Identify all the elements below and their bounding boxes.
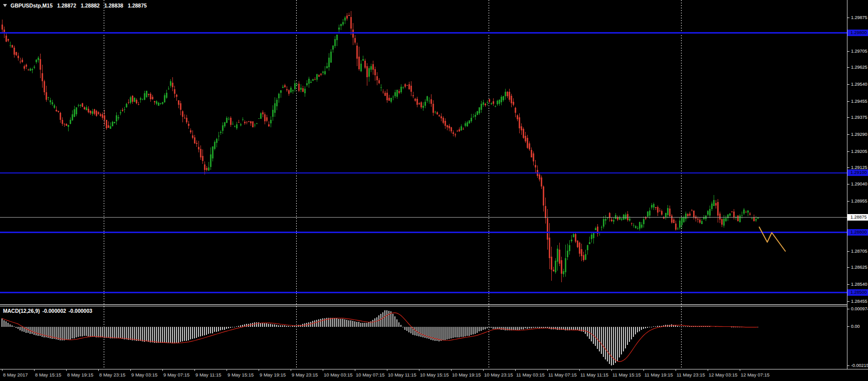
time-tick-label: 12 May 07:15: [741, 372, 770, 377]
time-tick-label: 10 May 19:15: [452, 372, 481, 377]
time-tick-label: 9 May 19:15: [260, 372, 286, 377]
time-tick-mark: [227, 369, 227, 371]
time-tick-label: 12 May 03:15: [709, 372, 738, 377]
time-tick-label: 11 May 03:15: [516, 372, 545, 377]
candle-wicks-up: [11, 16, 758, 277]
price-tick-label: 1.29625: [851, 65, 867, 70]
price-tick-label: 1.29205: [851, 149, 867, 154]
time-tick-label: 9 May 03:15: [131, 372, 157, 377]
time-tick-label: 10 May 07:15: [356, 372, 385, 377]
time-tick-label: 9 May 15:15: [228, 372, 254, 377]
time-tick-mark: [194, 369, 195, 371]
price-tick-mark: [847, 51, 849, 52]
price-tick-mark: [847, 151, 849, 152]
macd-signal-line: [2, 313, 758, 361]
price-tick-mark: [847, 201, 849, 202]
chart-title-overlay: GBPUSDstp,M151.288721.288821.288381.2887…: [3, 3, 147, 9]
ohlc-high-value: 1.28882: [81, 3, 100, 9]
price-tick-mark: [847, 101, 849, 102]
mt4-chart-window: GBPUSDstp,M151.288721.288821.288381.2887…: [0, 0, 868, 381]
price-tick-label: 1.28625: [851, 265, 867, 270]
symbol-marker-icon: [3, 4, 7, 7]
price-tick-label: 1.28955: [851, 199, 867, 204]
time-tick-mark: [291, 369, 291, 371]
price-tick-mark: [847, 167, 849, 168]
macd-title-overlay: MACD(12,26,9)-0.000002-0.000003: [3, 308, 92, 314]
price-chart-pane[interactable]: GBPUSDstp,M151.288721.288821.288381.2887…: [0, 0, 847, 305]
time-tick-label: 10 May 23:15: [484, 372, 513, 377]
time-tick-mark: [676, 369, 676, 371]
time-tick-label: 11 May 19:15: [644, 372, 673, 377]
macd-tick-label: -0.002155: [851, 363, 868, 368]
candlestick-chart-canvas[interactable]: [0, 0, 847, 304]
time-tick-label: 9 May 07:15: [163, 372, 189, 377]
level-price-flag: 1.29800: [847, 30, 868, 36]
macd-signal-value: -0.000003: [69, 308, 92, 314]
price-tick-mark: [847, 117, 849, 118]
time-tick-label: 9 May 11:15: [195, 372, 222, 377]
price-tick-mark: [847, 84, 849, 85]
macd-tick-mark: [847, 365, 849, 366]
time-tick-mark: [323, 369, 323, 371]
price-tick-label: 1.29455: [851, 99, 867, 104]
time-tick-label: 8 May 2017: [3, 372, 28, 377]
time-tick-mark: [98, 369, 99, 371]
time-tick-label: 8 May 23:15: [99, 372, 125, 377]
time-tick-mark: [579, 369, 580, 371]
time-tick-mark: [259, 369, 259, 371]
price-tick-label: 1.28455: [851, 299, 867, 304]
time-tick-label: 9 May 23:15: [292, 372, 318, 377]
time-tick-mark: [419, 369, 419, 371]
macd-tick-mark: [847, 326, 849, 327]
time-tick-mark: [643, 369, 644, 371]
candle-wicks-down: [3, 11, 754, 282]
candle-bodies-up: [10, 18, 759, 274]
time-tick-label: 10 May 15:15: [420, 372, 449, 377]
macd-tick-mark: [847, 309, 849, 309]
price-tick-mark: [847, 134, 849, 135]
time-tick-label: 8 May 19:15: [67, 372, 93, 377]
macd-params-label: MACD(12,26,9): [3, 308, 40, 314]
price-tick-mark: [847, 267, 849, 268]
time-tick-label: 10 May 11:15: [388, 372, 416, 377]
price-tick-mark: [847, 67, 849, 68]
time-tick-mark: [483, 369, 484, 371]
level-price-flag: 1.29100: [847, 169, 868, 176]
macd-main-value: -0.000002: [43, 308, 66, 314]
time-tick-mark: [355, 369, 355, 371]
price-tick-label: 1.29705: [851, 49, 867, 54]
time-tick-mark: [34, 369, 35, 371]
price-tick-label: 1.29290: [851, 132, 867, 137]
macd-tick-label: 0.000974: [851, 306, 868, 311]
current-price-flag: 1.28875: [847, 214, 868, 221]
price-tick-mark: [847, 251, 849, 252]
macd-chart-canvas[interactable]: [0, 306, 847, 368]
price-tick-label: 1.29875: [851, 15, 867, 20]
price-tick-mark: [847, 18, 849, 18]
time-tick-mark: [740, 369, 740, 371]
price-tick-mark: [847, 284, 849, 285]
trend-zigzag-drawing[interactable]: [759, 227, 785, 251]
ohlc-open-value: 1.28872: [57, 3, 76, 9]
time-tick-mark: [708, 369, 708, 371]
time-tick-mark: [387, 369, 387, 371]
ohlc-low-value: 1.28838: [104, 3, 123, 9]
macd-indicator-pane[interactable]: MACD(12,26,9)-0.000002-0.000003: [0, 306, 847, 369]
candle-bodies-down: [2, 15, 755, 274]
time-tick-label: 10 May 03:15: [324, 372, 353, 377]
time-tick-mark: [2, 369, 3, 371]
macd-tick-label: 0.00: [851, 324, 860, 329]
time-axis[interactable]: 8 May 20178 May 15:158 May 19:158 May 23…: [0, 369, 868, 381]
time-tick-label: 11 May 23:15: [677, 372, 705, 377]
price-tick-label: 1.29540: [851, 82, 867, 87]
price-tick-label: 1.28540: [851, 282, 867, 287]
price-axis[interactable]: 1.298751.297901.297051.296251.295401.294…: [847, 0, 868, 369]
price-tick-mark: [847, 301, 849, 302]
symbol-timeframe-label: GBPUSDstp,M15: [11, 3, 53, 9]
time-tick-mark: [130, 369, 131, 371]
level-price-flag: 1.28800: [847, 229, 868, 236]
time-tick-mark: [515, 369, 516, 371]
time-tick-label: 11 May 15:15: [612, 372, 641, 377]
level-price-flag: 1.28500: [847, 289, 868, 296]
ohlc-close-value: 1.28875: [128, 3, 147, 9]
